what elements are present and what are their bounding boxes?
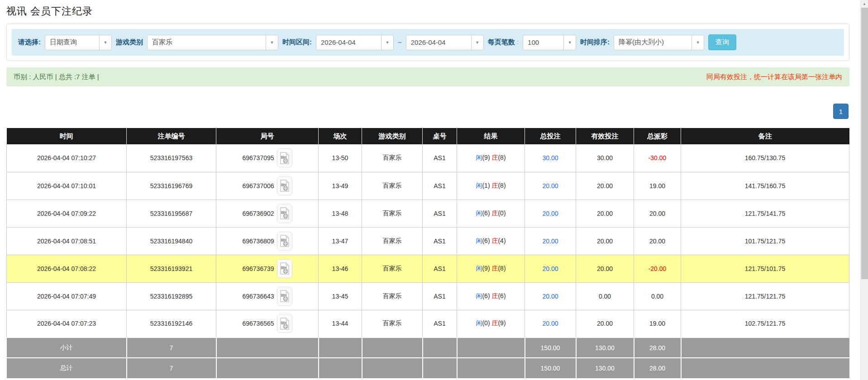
video-record-icon [280,152,290,164]
footer-valid-bet: 130.00 [576,337,634,358]
chevron-down-icon: ▼ [99,35,111,50]
footer-empty [457,358,525,378]
footer-empty [423,358,457,378]
footer-empty [681,358,849,378]
player-score: (9) [482,154,491,161]
cell-session: 13-49 [319,172,362,200]
player-label: 闲 [476,209,482,217]
cell-result: 闲(6) 庄(6) [457,282,525,310]
table-row: 2026-04-04 07:10:01523316196769696737006… [7,172,849,200]
game-type-select[interactable]: 百家乐 ▼ [147,35,278,50]
video-replay-button[interactable] [277,287,292,306]
cell-game-type: 百家乐 [362,310,423,337]
cell-result: 闲(6) 庄(4) [457,227,525,255]
round-number: 696736565 [242,320,274,327]
player-label: 闲 [476,182,482,189]
footer-empty [319,358,362,378]
cell-time: 2026-04-04 07:09:22 [7,200,127,227]
page-1-button[interactable]: 1 [833,104,849,119]
cell-round-id: 696737095 [216,144,319,172]
video-record-icon [280,262,290,275]
video-replay-button[interactable] [277,259,292,278]
video-record-icon [280,318,290,330]
search-button[interactable]: 查询 [708,34,736,50]
player-label: 闲 [476,319,482,327]
cell-bet-id: 523316195687 [127,200,216,227]
footer-empty [216,337,319,358]
cell-game-type: 百家乐 [362,144,423,172]
cell-bet-id: 523316192895 [127,282,216,310]
player-score: (9) [482,265,491,272]
cell-game-type: 百家乐 [362,200,423,227]
cell-time: 2026-04-04 07:08:22 [7,255,127,282]
cell-total-bet: 20.00 [525,172,576,200]
video-replay-button[interactable] [277,204,292,223]
banker-label: 庄 [491,292,498,299]
summary-bar: 币别 : 人民币 | 总共 :7 注单 | 同局有效投注，统一计算在该局第一张注… [6,67,849,86]
banker-score: (0) [498,209,506,217]
scrollbar-thumb[interactable] [861,8,868,279]
cell-valid-bet: 20.00 [576,172,634,200]
cell-round-id: 696736809 [216,227,319,255]
query-mode-label: 请选择: [18,38,41,47]
sort-label: 时间排序: [580,38,610,47]
chevron-down-icon: ▼ [471,35,483,50]
video-replay-button[interactable] [277,232,292,251]
currency-total-text: 币别 : 人民币 | 总共 :7 注单 | [14,73,99,81]
column-header: 游戏类别 [362,128,423,144]
video-replay-button[interactable] [277,314,292,333]
banker-label: 庄 [491,209,498,217]
table-row: 2026-04-04 07:07:23523316192146696736565… [7,310,849,337]
cell-round-id: 696736565 [216,310,319,337]
video-replay-button[interactable] [277,176,292,195]
cell-payout: 20.00 [634,200,681,227]
footer-count: 7 [127,337,216,358]
cell-payout: 19.00 [634,310,681,337]
cell-table-no: AS1 [423,255,457,282]
date-from-select[interactable]: 2026-04-04 ▼ [316,35,394,50]
cell-total-bet: 20.00 [525,282,576,310]
sort-select[interactable]: 降幂(由大到小) ▼ [614,35,704,50]
footer-empty [319,337,362,358]
video-replay-button[interactable] [277,148,292,167]
cell-result: 闲(0) 庄(9) [457,310,525,337]
cell-game-type: 百家乐 [362,255,423,282]
vertical-scrollbar[interactable]: ▲ [860,0,868,380]
cell-bet-id: 523316192146 [127,310,216,337]
column-header: 时间 [7,128,127,144]
column-header: 场次 [319,128,362,144]
cell-round-id: 696736643 [216,282,319,310]
cell-bet-id: 523316194840 [127,227,216,255]
cell-valid-bet: 30.00 [576,144,634,172]
game-type-label: 游戏类别 [116,38,143,47]
round-number: 696736902 [242,210,274,217]
footer-empty [362,358,423,378]
cell-result: 闲(1) 庄(8) [457,172,525,200]
footer-valid-bet: 130.00 [576,358,634,378]
betting-records-page: 视讯 会员下注纪录 请选择: 日期查询 ▼ 游戏类别 百家乐 ▼ 时间区间: 2… [0,0,860,380]
cell-table-no: AS1 [423,144,457,172]
cell-bet-id: 523316193921 [127,255,216,282]
pagination: 1 [6,104,849,119]
cell-bet-id: 523316196769 [127,172,216,200]
banker-score: (6) [498,292,506,299]
valid-bet-notice: 同局有效投注，统一计算在该局第一张注单内 [706,73,842,81]
banker-score: (8) [498,265,506,272]
page-size-select[interactable]: 100 ▼ [523,35,576,50]
footer-payout: 28.00 [634,358,681,378]
scroll-up-icon[interactable]: ▲ [861,0,868,8]
cell-total-bet: 20.00 [525,227,576,255]
column-header: 总派彩 [634,128,681,144]
cell-bet-id: 523316197563 [127,144,216,172]
time-range-label: 时间区间: [282,38,312,47]
round-number: 696736809 [242,238,274,245]
chevron-down-icon: ▼ [563,35,576,50]
cell-table-no: AS1 [423,172,457,200]
player-label: 闲 [476,154,482,161]
cell-session: 13-44 [319,310,362,337]
cell-table-no: AS1 [423,227,457,255]
player-label: 闲 [476,292,482,299]
column-header: 注单编号 [127,128,216,144]
query-mode-select[interactable]: 日期查询 ▼ [45,35,112,50]
date-to-select[interactable]: 2026-04-04 ▼ [406,35,484,50]
